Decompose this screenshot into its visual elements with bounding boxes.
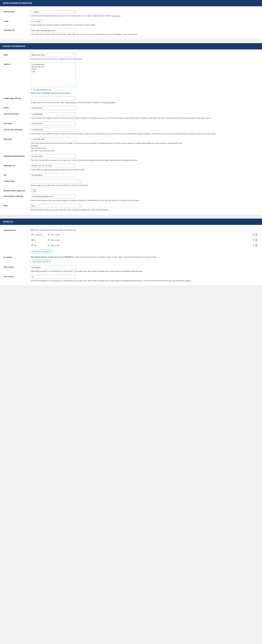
schedule-days-text: Fr [34,239,36,242]
schedule-days-text: Tu, We, Th [34,234,42,236]
whatsapp-help: This is the number that will be used to … [31,142,259,152]
get-api-key-link[interactable]: Get an API key [65,102,76,104]
svg-line-11 [49,234,49,235]
menu-label: Menu [3,204,28,211]
documentation-link[interactable]: documentation [104,102,115,104]
add-exception-button[interactable]: Add another exception [31,260,51,263]
exceptions-help: This feature requires at least version 5… [31,256,259,258]
ordering-link-input[interactable] [31,28,76,32]
schedule-panel-title: SCHEDULE [0,218,262,225]
seo-panel-title: SEARCH ENGINE OPTIMIZATION [0,0,262,6]
api-key-input[interactable] [31,96,76,100]
add-opening-button[interactable]: Add another opening time [31,250,53,253]
date-format-input[interactable] [31,265,76,269]
disable-card-label: Disable Contact Page Card [3,189,28,192]
contact-page-help: Select a page on your site where users c… [31,184,259,187]
phone-label: Phone [3,106,28,110]
phone-input[interactable] [31,106,76,110]
date-format-label: Date Format [3,265,28,272]
image-help: Google requires you provide an image to … [31,24,259,26]
remove-map-link[interactable]: Remove map coordinates [51,92,70,94]
email-label: Email Address (optional) [3,194,28,202]
name-input[interactable] [31,53,76,57]
api-key-help: Google requires an API key to use their … [31,101,259,104]
ctc-cell-help: Use this field to set a different number… [31,132,259,135]
schedule-panel: SCHEDULE Opening Hours Define your weekl… [0,218,262,286]
fax-label: Fax [3,173,28,177]
schedule-time-text: 7:00—15:00 [50,234,59,236]
no-map-text: No map coordinates set. [33,89,51,91]
schedule-rule-row: Sa7:00—17:00✕ [31,243,259,248]
whatsapp-text-help: The pre-filled message will automaticall… [31,168,259,171]
api-key-label: Google Maps API Key [3,96,28,104]
clock-icon [48,234,49,236]
seo-panel: SEARCH ENGINE OPTIMIZATION Schema Type -… [0,0,262,39]
delete-icon[interactable]: ✕ [255,244,258,247]
svg-point-5 [32,234,32,235]
whatsapp-display-label: Whatsapp Display Number [3,154,28,162]
name-help: Enter the name of your business if it is… [31,58,259,60]
schedule-rules-list: Tu, We, Th7:00—15:00✕Fr7:00—12:00✕Sa7:00… [31,232,259,248]
contact-page-label: Contact Page [3,180,28,187]
ctc-cell-label: Click-to-Call Cell Phone [3,128,28,135]
cell-label: Cell Phone [3,122,28,126]
schedule-days-text: Sa [34,244,36,247]
ctc-phone-label: Click-to-Call Phone [3,112,28,120]
ctc-cell-input[interactable] [31,128,76,132]
ordering-link-label: Ordering Link [3,28,28,36]
address-label: Address [3,62,28,94]
map-pin-icon: 📍 [31,89,33,91]
contact-panel: CONTACT INFORMATION Name Enter the name … [0,43,262,215]
schema-type-label: Schema Type [3,10,28,17]
cell-input[interactable] [31,122,76,126]
add-image-button[interactable]: Add Image [31,20,42,23]
clock-icon [48,239,49,242]
schedule-rule-row: Tu, We, Th7:00—15:00✕ [31,232,259,238]
ctc-phone-help: Use this field to set a different number… [31,117,259,120]
schedule-rule-row: Fr7:00—12:00✕ [31,238,259,243]
schema-type-select[interactable]: --- Bakery [31,10,76,14]
schema-type-help: Select the option that best describes yo… [31,14,259,17]
opening-hours-label: Opening Hours [3,228,28,253]
schema-org-link[interactable]: Schema.org [111,15,121,17]
toggle-knob [31,190,33,192]
email-help: Enter an email address only if you want … [31,199,259,202]
whatsapp-input[interactable] [31,137,76,141]
contact-page-select[interactable] [31,180,82,183]
clock-icon [48,244,49,247]
ordering-link-help: If you offer online ordering, enter the … [31,33,259,36]
contact-panel-title: CONTACT INFORMATION [0,43,262,50]
disable-card-toggle[interactable] [31,189,36,192]
whatsapp-text-input[interactable] [31,164,76,168]
image-label: Image [3,20,28,26]
fax-input[interactable] [31,173,76,177]
delete-icon[interactable]: ✕ [255,239,258,241]
edit-icon[interactable] [253,234,254,236]
schedule-time-text: 7:00—12:00 [50,239,59,242]
whatsapp-display-input[interactable] [31,154,76,158]
retrieve-map-link[interactable]: Retrieve map coordinates [31,92,50,94]
calendar-icon [31,244,33,247]
whatsapp-display-help: This is the number that will display in … [31,159,259,162]
opening-intro: Define your weekly opening hours by addi… [31,229,259,231]
date-format-help: Date format displayed in the opening hou… [31,270,259,272]
whatsapp-text-label: Whatsapp Text [3,164,28,171]
svg-line-23 [49,240,49,240]
delete-icon[interactable]: ✕ [255,234,258,236]
time-format-help: Time format displayed in the opening hou… [31,280,259,282]
edit-icon[interactable] [253,239,254,242]
whatsapp-label: Whatsapp [3,137,28,152]
calendar-icon [31,234,33,236]
exceptions-label: Exceptions [3,256,28,263]
svg-point-6 [32,234,33,235]
email-input[interactable] [31,194,76,198]
address-textarea[interactable]: 123 Rodeo Drive Beverly Hills, CA 90212 … [31,62,76,87]
menu-help: Select the page that shows your main res… [31,208,259,211]
menu-select[interactable]: Menu [31,204,82,208]
ctc-phone-input[interactable] [31,112,76,116]
time-format-input[interactable] [31,275,76,279]
edit-icon[interactable] [253,244,254,247]
calendar-icon [31,239,33,242]
time-format-label: Time Format [3,275,28,282]
svg-point-32 [32,246,32,246]
